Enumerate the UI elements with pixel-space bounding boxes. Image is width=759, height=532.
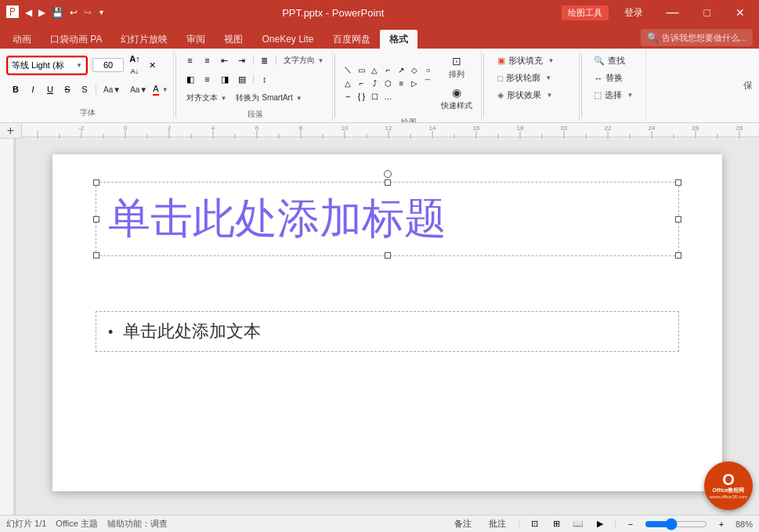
col-btn[interactable]: ≣ [257,52,273,68]
undo-btn[interactable]: ↩ [70,7,78,18]
shape-circle[interactable]: ○ [421,63,434,76]
shape-bend[interactable]: ⌐ [381,63,394,76]
char-spacing-btn[interactable]: Aa▼ [99,83,125,96]
font-grow-btn[interactable]: A↑ [127,52,143,65]
shape-line[interactable]: ＼ [342,63,354,76]
zoom-slider[interactable] [645,519,707,529]
handle-middle-right[interactable] [675,216,681,223]
shape-checkbox[interactable]: ☐ [368,90,381,103]
maximize-btn[interactable]: □ [696,5,718,20]
content-text[interactable]: 单击此处添加文本 [123,321,261,341]
minimize-btn[interactable]: — [659,4,687,21]
underline-btn[interactable]: U [42,81,58,97]
shape-tri2[interactable]: △ [342,77,354,89]
bullets-btn[interactable]: ≡ [183,52,198,68]
font-shrink-btn[interactable]: A↓ [127,65,143,78]
shape-fill-btn[interactable]: ▣ 形状填充 ▼ [492,52,573,69]
menu-item-animation[interactable]: 动画 [3,30,41,49]
find-btn[interactable]: 🔍 查找 [588,52,641,69]
redo-btn[interactable]: ↪ [84,7,92,18]
login-btn[interactable]: 登录 [618,5,649,21]
shape-arc[interactable]: ⌒ [421,77,434,89]
menu-item-slideshow[interactable]: 幻灯片放映 [111,30,177,49]
text-direction-btn[interactable]: 文字方向 ▼ [280,52,328,68]
menu-item-onekey[interactable]: OneKey Lite [252,30,323,49]
menu-item-pocket-animation[interactable]: 口袋动画 PA [41,30,111,49]
menu-item-view[interactable]: 视图 [215,30,252,49]
justify-btn[interactable]: ▤ [234,71,250,87]
content-placeholder[interactable]: • 单击此处添加文本 [96,311,679,352]
numbering-btn[interactable]: ≡ [200,52,215,68]
handle-top-right[interactable] [675,179,681,186]
line-spacing-btn[interactable]: ↕ [257,71,273,87]
case-btn[interactable]: Aa▼ [126,83,151,96]
slide-sorter-btn[interactable]: ⊞ [548,516,564,532]
align-center-btn[interactable]: ≡ [200,71,215,87]
slide-area[interactable]: 单击此处添加标题 • 单击此处添加文本 [16,139,759,515]
shape-more[interactable]: … [381,90,394,103]
shape-diamond[interactable]: ◇ [408,63,421,76]
handle-middle-left[interactable] [93,216,99,223]
clear-format-btn[interactable]: ✕ [144,57,160,73]
italic-btn[interactable]: I [25,81,41,97]
handle-bottom-center[interactable] [385,252,391,259]
quick-styles-btn[interactable]: ◉ 快速样式 [437,84,476,114]
comments-btn[interactable]: 批注 [483,516,511,532]
align-right-btn[interactable]: ◨ [217,71,233,87]
menu-item-baidu[interactable]: 百度网盘 [323,30,380,49]
shape-lines[interactable]: ≡ [395,77,407,89]
handle-top-center[interactable] [385,179,391,186]
quick-access-more[interactable]: ▼ [98,9,105,16]
select-btn[interactable]: ⬚ 选择 ▼ [588,87,641,103]
shape-arrow1[interactable]: ↗ [395,63,407,76]
font-size-input[interactable]: 60 [92,58,124,72]
replace-btn[interactable]: ↔ 替换 [588,70,641,86]
font-name-input[interactable]: 等线 Light (标 ▼ [8,57,86,74]
shape-tri[interactable]: △ [368,63,381,76]
convert-smartart-btn[interactable]: 转换为 SmartArt ▼ [232,90,305,106]
shadow-btn[interactable]: S [77,81,92,97]
title-placeholder[interactable]: 单击此处添加标题 [96,182,679,256]
shape-curve-arrow[interactable]: ⤴ [368,77,381,89]
zoom-in-btn[interactable]: + [714,516,729,532]
handle-top-left[interactable] [93,179,99,186]
slide[interactable]: 单击此处添加标题 • 单击此处添加文本 [52,154,722,491]
shape-step[interactable]: ⌐ [355,77,367,89]
indent-less-btn[interactable]: ⇤ [217,52,233,68]
rotate-handle[interactable] [384,170,392,178]
shapes-row: ＼ ▭ △ ⌐ ↗ ◇ ○ △ ⌐ ⤴ ⬡ ≡ ▷ ⌒ ⌣ { } ☐ … [342,52,476,114]
handle-bottom-left[interactable] [93,252,99,259]
shape-brace[interactable]: { } [355,90,367,103]
strikethrough-btn[interactable]: S [60,81,75,97]
shape-rect[interactable]: ▭ [355,63,367,76]
command-search-bar[interactable]: 🔍 告诉我您想要做什么... [641,29,753,46]
window-control-back[interactable]: ◀ [25,7,32,18]
close-btn[interactable]: ✕ [728,5,753,20]
logo-badge[interactable]: O Office教程网 www.office26.com [704,461,753,510]
shape-hex[interactable]: ⬡ [381,77,394,89]
font-name-label: 等线 Light (标 [12,60,64,71]
menu-item-format[interactable]: 格式 [380,30,417,49]
indent-more-btn[interactable]: ⇥ [234,52,250,68]
handle-bottom-right[interactable] [675,252,681,259]
menu-item-review[interactable]: 审阅 [177,30,215,49]
slideshow-btn[interactable]: ▶ [592,516,608,532]
bold-btn[interactable]: B [8,81,23,97]
notes-btn[interactable]: 备注 [449,516,477,532]
window-control-forward[interactable]: ▶ [38,7,45,18]
shape-smile[interactable]: ⌣ [342,90,354,103]
title-text[interactable]: 单击此处添加标题 [96,183,678,255]
zoom-out-btn[interactable]: − [623,516,638,532]
font-color-dropdown[interactable]: ▼ [162,86,168,93]
normal-view-btn[interactable]: ⊡ [526,516,542,532]
add-ruler-row: + -2024681012141618202224262830 [0,123,759,139]
align-text-btn[interactable]: 对齐文本 ▼ [183,90,231,106]
shape-outline-btn[interactable]: □ 形状轮廓 ▼ [492,70,573,86]
shape-effect-btn[interactable]: ◈ 形状效果 ▼ [492,87,573,103]
arrange-btn[interactable]: ⊡ 排列 [437,52,476,82]
reading-view-btn[interactable]: 📖 [570,516,586,532]
align-left-btn[interactable]: ◧ [183,71,198,87]
shape-arrow-right[interactable]: ▷ [408,77,421,89]
add-slide-btn[interactable]: + [0,123,22,139]
quick-save-btn[interactable]: 💾 [52,7,63,18]
